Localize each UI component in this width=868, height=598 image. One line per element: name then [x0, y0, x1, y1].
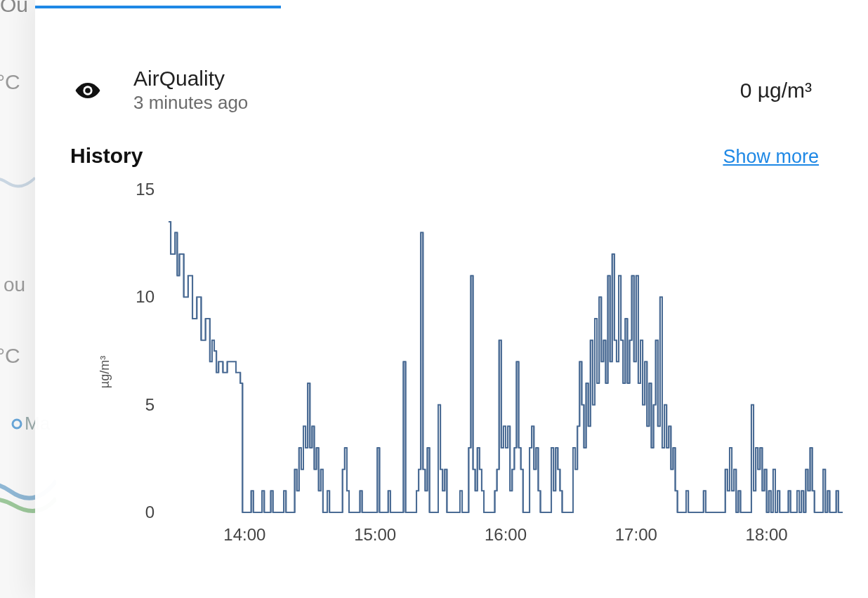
- bg-label-ou1: Ou: [0, 0, 28, 17]
- x-tick-label: 16:00: [485, 525, 527, 544]
- eye-icon: [74, 77, 102, 105]
- bg-label-ou2: ou: [4, 274, 25, 296]
- sensor-value: 0 µg/m³: [740, 79, 812, 102]
- sensor-updated: 3 minutes ago: [133, 92, 248, 114]
- y-tick-label: 5: [145, 395, 154, 414]
- sensor-header: AirQuality 3 minutes ago 0 µg/m³: [74, 67, 812, 114]
- loading-progressbar: [35, 6, 281, 8]
- svg-point-0: [13, 420, 21, 428]
- y-tick-label: 15: [136, 182, 154, 199]
- show-more-link[interactable]: Show more: [723, 146, 819, 168]
- x-tick-label: 18:00: [746, 525, 788, 544]
- sensor-title: AirQuality: [133, 67, 248, 91]
- bg-label-degc2: °C: [0, 344, 20, 368]
- y-tick-label: 0: [145, 503, 154, 521]
- x-tick-label: 15:00: [354, 525, 396, 544]
- history-title: History: [70, 144, 143, 168]
- map-pin-icon: [11, 418, 23, 430]
- svg-point-2: [85, 88, 91, 93]
- history-chart[interactable]: 051015µg/m³14:0015:0016:0017:0018:00: [70, 182, 857, 569]
- y-tick-label: 10: [136, 287, 154, 306]
- x-tick-label: 14:00: [223, 525, 265, 544]
- bg-label-degc1: °C: [0, 70, 20, 94]
- detail-sheet: AirQuality 3 minutes ago 0 µg/m³ History…: [35, 0, 868, 598]
- y-axis-label: µg/m³: [98, 356, 112, 388]
- x-tick-label: 17:00: [615, 525, 657, 544]
